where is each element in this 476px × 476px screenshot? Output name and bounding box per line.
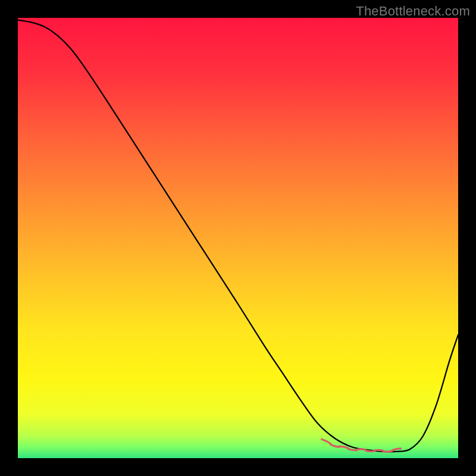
- watermark: TheBottleneck.com: [356, 4, 470, 19]
- bottleneck-chart: [18, 18, 458, 458]
- chart-frame: { "watermark": "TheBottleneck.com", "cha…: [0, 0, 476, 476]
- chart-background-gradient: [18, 18, 458, 458]
